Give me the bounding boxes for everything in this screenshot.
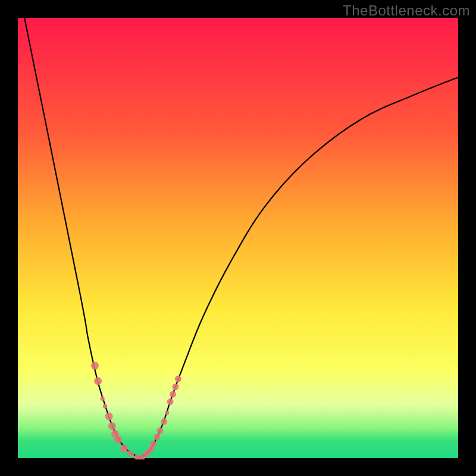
curve-group [24,18,458,458]
marker-dot [105,412,113,420]
marker-dot [175,375,181,382]
marker-dot [100,396,105,401]
marker-dot [150,441,156,447]
marker-dot [108,422,116,430]
marker-dot [157,428,164,434]
marker-dot [114,436,122,443]
marker-dot [120,444,128,452]
marker-dot [167,399,174,405]
marker-dot [165,411,169,415]
watermark-text: TheBottleneck.com [343,2,470,19]
marker-dot [154,434,160,440]
marker-dot [172,384,178,390]
curve-left-branch [24,18,139,458]
marker-dot [170,391,176,397]
marker-dot [130,452,134,457]
marker-dot [161,418,167,425]
curves-layer [18,18,458,458]
curve-right-branch [139,77,459,458]
marker-dot [103,404,108,409]
chart-stage: TheBottleneck.com [0,0,476,476]
marker-dot [94,377,102,385]
marker-dot [91,362,99,369]
